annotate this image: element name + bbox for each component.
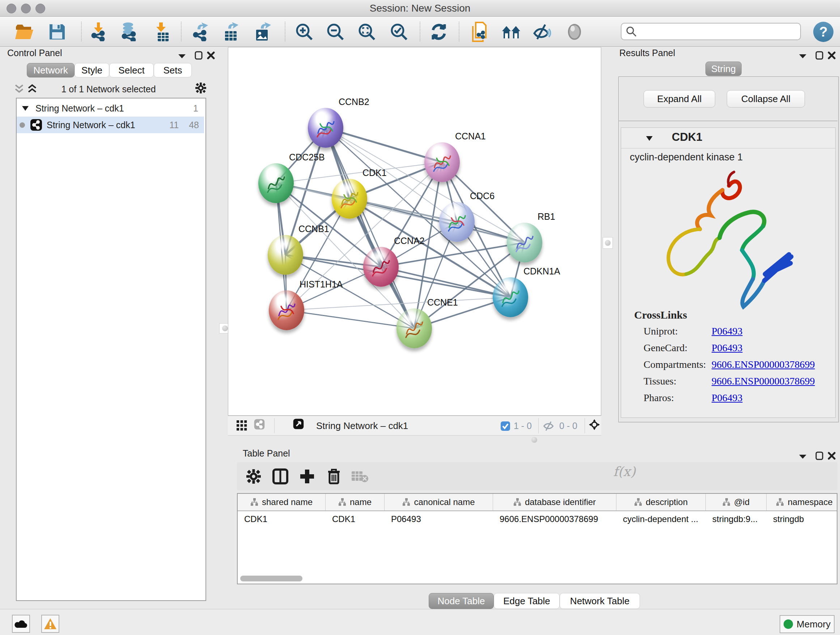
node-CCNA2[interactable]: [363, 247, 399, 287]
control-panel-close-icon[interactable]: [205, 50, 216, 61]
node-CDKN1A[interactable]: [493, 277, 528, 317]
import-network-file-button[interactable]: [88, 21, 109, 43]
table-cell[interactable]: cyclin-dependent ...: [616, 511, 706, 527]
node-CCNB1[interactable]: [268, 235, 303, 275]
column-header-database-identifier[interactable]: database identifier: [493, 494, 616, 510]
network-collection-row[interactable]: String Network – cdk1 1: [17, 100, 204, 117]
crosslink-link[interactable]: 9606.ENSP00000378699: [712, 359, 815, 371]
zoom-out-button[interactable]: [325, 21, 346, 43]
tab-string[interactable]: String: [706, 62, 742, 76]
node-CDC6[interactable]: [439, 202, 475, 242]
export-image-button[interactable]: [252, 21, 273, 43]
warnings-button[interactable]: [41, 615, 59, 633]
tab-network-table[interactable]: Network Table: [560, 593, 640, 609]
results-panel-menu-icon[interactable]: [797, 51, 808, 62]
table-cell[interactable]: CDK1: [238, 511, 325, 527]
expand-all-button[interactable]: Expand All: [644, 90, 715, 108]
create-column-plus-icon[interactable]: [297, 466, 317, 486]
tab-node-table[interactable]: Node Table: [429, 593, 494, 609]
column-header-canonical-name[interactable]: canonical name: [385, 494, 493, 510]
results-panel-float-icon[interactable]: [814, 50, 825, 61]
table-cell[interactable]: P06493: [385, 511, 493, 527]
export-table-button[interactable]: [220, 21, 242, 43]
network-options-gear-icon[interactable]: [195, 82, 206, 93]
help-button[interactable]: ?: [813, 22, 834, 42]
node-CCNA1[interactable]: [424, 142, 460, 182]
table-cell[interactable]: stringdb:9...: [706, 511, 767, 527]
tab-sets[interactable]: Sets: [154, 63, 192, 78]
crosslink-link[interactable]: P06493: [712, 325, 743, 337]
network-view-canvas[interactable]: CCNB2CCNA1CDC25BCDK1CDC6RB1CCNB1CCNA2CDK…: [228, 47, 601, 416]
table-settings-gear-icon[interactable]: [243, 466, 264, 486]
selected-checkbox-icon[interactable]: [500, 421, 511, 432]
column-header-name[interactable]: name: [325, 494, 385, 510]
memory-button[interactable]: Memory: [780, 615, 835, 633]
crosslink-link[interactable]: 9606.ENSP00000378699: [712, 375, 815, 387]
tree-expander-icon[interactable]: [22, 106, 29, 111]
node-CCNB2[interactable]: [308, 108, 343, 148]
node-attribute-table[interactable]: shared namenamecanonical namedatabase id…: [237, 493, 837, 584]
tab-network[interactable]: Network: [27, 63, 74, 78]
crosslink-row: GeneCard:P06493: [644, 342, 832, 359]
column-header-namespace[interactable]: namespace: [767, 494, 837, 510]
crosslink-link[interactable]: P06493: [712, 392, 743, 404]
zoom-in-button[interactable]: [294, 21, 315, 43]
open-in-window-button[interactable]: [293, 418, 304, 429]
node-CDC25B[interactable]: [258, 163, 294, 203]
section-expander-icon[interactable]: [646, 136, 653, 141]
column-header-shared-name[interactable]: shared name: [238, 494, 325, 510]
save-session-button[interactable]: [46, 21, 68, 43]
show-all-networks-button[interactable]: [500, 21, 522, 43]
export-network-button[interactable]: [189, 21, 211, 43]
tab-style[interactable]: Style: [74, 63, 109, 78]
table-panel-menu-icon[interactable]: [797, 451, 808, 462]
refresh-button[interactable]: [428, 21, 450, 43]
table-cell[interactable]: stringdb: [767, 511, 837, 527]
control-panel-menu-icon[interactable]: [177, 51, 187, 62]
network-share-icon[interactable]: [254, 419, 265, 430]
table-cell[interactable]: CDK1: [325, 511, 385, 527]
gene-section-header[interactable]: CDK1: [621, 128, 835, 149]
node-CCNE1[interactable]: [396, 309, 432, 348]
cloud-status-button[interactable]: [12, 615, 30, 633]
search-box[interactable]: [621, 23, 801, 40]
horizontal-scrollbar-thumb[interactable]: [240, 576, 302, 581]
edge-CCNB2-CCNE1[interactable]: [325, 128, 414, 328]
column-header-description[interactable]: description: [616, 494, 706, 510]
birds-eye-view-icon[interactable]: [237, 420, 248, 431]
table-panel-close-icon[interactable]: [826, 450, 837, 461]
memory-label: Memory: [797, 619, 831, 630]
control-panel-float-icon[interactable]: [193, 50, 204, 61]
bottom-splitter-handle[interactable]: [529, 437, 540, 443]
open-session-button[interactable]: [14, 21, 35, 43]
hide-selected-button[interactable]: [531, 21, 553, 43]
fit-content-crosshair-icon[interactable]: [589, 419, 600, 430]
node-HIST1H1A[interactable]: [269, 290, 304, 330]
collapse-all-button[interactable]: Collapse All: [727, 90, 805, 108]
crosslink-link[interactable]: P06493: [712, 342, 743, 354]
tab-edge-table[interactable]: Edge Table: [494, 593, 560, 609]
right-splitter-handle[interactable]: [603, 237, 613, 249]
edge-CCNE1-HIST1H1A[interactable]: [286, 310, 414, 328]
node-RB1[interactable]: [507, 223, 542, 263]
tab-select[interactable]: Select: [109, 63, 154, 78]
import-table-file-button[interactable]: [151, 21, 172, 43]
zoom-in-icon: [295, 23, 313, 41]
table-panel-float-icon[interactable]: [814, 450, 825, 461]
table-cell[interactable]: 9606.ENSP00000378699: [493, 511, 616, 527]
edge-CCNA2-CDKN1A[interactable]: [381, 267, 510, 297]
zoom-fit-button[interactable]: [356, 21, 378, 43]
hidden-eye-slash-icon[interactable]: [543, 421, 554, 432]
clone-network-button[interactable]: [469, 21, 490, 43]
delete-column-trash-icon[interactable]: [324, 466, 344, 486]
show-columns-icon[interactable]: [270, 466, 291, 486]
node-label-CDK1: CDK1: [363, 168, 387, 178]
column-header--id[interactable]: @id: [706, 494, 767, 510]
results-panel-close-icon[interactable]: [826, 50, 837, 61]
show-hidden-button[interactable]: [564, 21, 585, 43]
import-network-database-button[interactable]: [118, 21, 140, 43]
zoom-selected-button[interactable]: [388, 21, 410, 43]
node-CDK1[interactable]: [332, 179, 367, 219]
network-row-selected[interactable]: String Network – cdk1 11 48: [17, 117, 204, 133]
search-input[interactable]: [637, 26, 790, 37]
